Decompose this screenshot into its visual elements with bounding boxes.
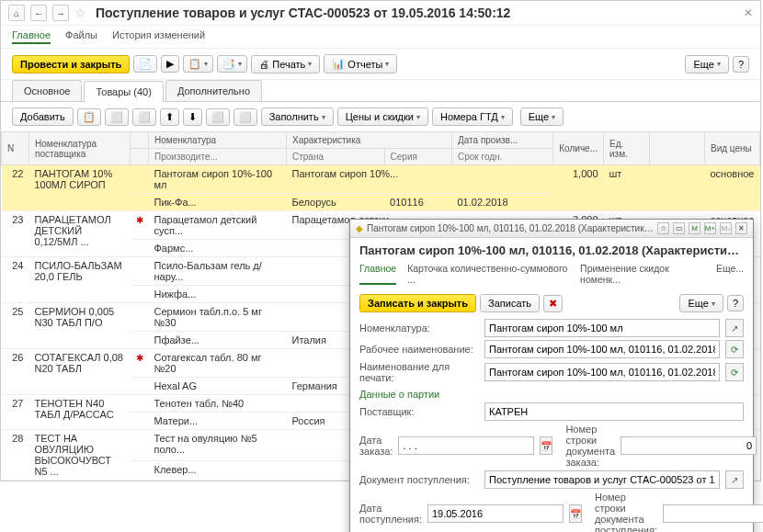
work-label: Рабочее наименование: [359, 344, 479, 355]
nom-label: Номенклатура: [359, 323, 479, 334]
col-qty[interactable]: Количе... [553, 132, 604, 165]
post-button[interactable]: ▶ [161, 55, 179, 73]
tb-btn-4[interactable]: ⬜ [233, 108, 257, 126]
section-batch: Данные о партии [359, 389, 744, 400]
tab-files[interactable]: Файлы [65, 29, 97, 44]
more-button[interactable]: Еще▾ [685, 55, 728, 74]
close-icon[interactable]: ✕ [744, 6, 753, 19]
print-label: Наименование для печати: [359, 361, 479, 383]
col-pricetype[interactable]: Вид цены [705, 132, 760, 165]
win-btn-2[interactable]: ▭ [673, 222, 685, 234]
receipt-line-field[interactable] [663, 504, 763, 523]
popup-tab-disc[interactable]: Применение скидок номенк... [580, 263, 705, 285]
col-n[interactable]: N [2, 132, 29, 165]
work-field[interactable] [484, 340, 720, 358]
popup-close-icon[interactable]: ✕ [735, 222, 747, 234]
copy-button[interactable]: 📋▾ [183, 55, 213, 73]
home-icon[interactable]: ⌂ [8, 5, 25, 21]
receipt-doc-field[interactable] [484, 470, 720, 489]
order-line-field[interactable] [621, 436, 757, 455]
post-and-close-button[interactable]: Провести и закрыть [12, 55, 130, 74]
popup-title: Пантогам сироп 10%-100 мл, 010116, 01.02… [359, 243, 744, 257]
inner-more-button[interactable]: Еще▾ [520, 108, 564, 126]
col-proddate[interactable]: Дата произв... [451, 132, 552, 149]
forward-icon[interactable]: → [52, 5, 69, 21]
popup-save-button[interactable]: Записать [480, 294, 540, 312]
supplier-field[interactable] [484, 402, 744, 421]
tb-btn-3[interactable]: ⬜ [206, 108, 230, 126]
calendar-icon-2[interactable]: 📅 [569, 504, 582, 523]
print-field[interactable] [484, 363, 720, 381]
popup-help-button[interactable]: ? [727, 295, 744, 311]
open-doc-icon[interactable]: ↗ [725, 470, 744, 489]
tab-main[interactable]: Главное [12, 29, 51, 44]
order-date-field[interactable] [398, 436, 534, 455]
col-nom[interactable]: Номенклатура [149, 132, 287, 149]
app-icon: ◆ [356, 223, 363, 233]
back-icon[interactable]: ← [30, 5, 47, 21]
subtab-main[interactable]: Основное [12, 80, 82, 101]
popup-more-button[interactable]: Еще▾ [679, 294, 723, 312]
reports-button[interactable]: 📊 Отчеты▾ [324, 54, 397, 74]
calendar-icon[interactable]: 📅 [540, 436, 552, 455]
popup-delete-button[interactable]: ✖ [543, 295, 563, 312]
win-btn-4[interactable]: M+ [704, 222, 716, 234]
popup-window-title: Пантогам сироп 10%-100 мл, 010116, 01.02… [367, 223, 654, 233]
move-up-button[interactable]: ⬆ [160, 108, 179, 126]
popup-tab-more[interactable]: Еще... [716, 263, 744, 285]
receipt-date-field[interactable] [427, 504, 564, 523]
page-title: Поступление товаров и услуг СТАС-000523 … [96, 6, 738, 20]
nom-field[interactable] [484, 319, 720, 337]
tb-btn-1[interactable]: ⬜ [105, 108, 129, 126]
print-button[interactable]: 🖨 Печать▾ [251, 55, 320, 74]
table-row[interactable]: 22 ПАНТОГАМ 10% 100МЛ СИРОП Пантогам сир… [2, 165, 760, 194]
win-btn-3[interactable]: M [689, 222, 700, 234]
prices-button[interactable]: Цены и скидки▾ [337, 108, 428, 126]
subtab-extra[interactable]: Дополнительно [165, 80, 262, 101]
tab-history[interactable]: История изменений [112, 29, 205, 44]
open-icon[interactable]: ↗ [725, 319, 744, 337]
add-button[interactable]: Добавить [12, 108, 74, 126]
gtd-button[interactable]: Номера ГТД▾ [432, 108, 513, 126]
star-icon[interactable]: ☆ [74, 6, 86, 20]
win-btn-1[interactable]: ☆ [657, 222, 669, 234]
col-supplier-nom[interactable]: Номенклатура поставщика [29, 132, 131, 165]
save-button[interactable]: 📄 [133, 55, 157, 73]
popup-save-close-button[interactable]: Записать и закрыть [359, 294, 476, 312]
characteristic-popup: ◆ Пантогам сироп 10%-100 мл, 010116, 01.… [349, 219, 754, 532]
tb-btn-2[interactable]: ⬜ [132, 108, 156, 126]
win-btn-5[interactable]: M- [720, 222, 732, 234]
subtab-goods[interactable]: Товары (40) [84, 81, 163, 102]
col-unit[interactable]: Ед. изм. [604, 132, 650, 165]
popup-tab-card[interactable]: Карточка количественно-суммового ... [407, 263, 569, 285]
help-button[interactable]: ? [733, 56, 749, 73]
col-char[interactable]: Характеристика [287, 132, 452, 149]
based-on-button[interactable]: 📑▾ [217, 55, 247, 73]
refresh-icon-2[interactable]: ⟳ [725, 363, 744, 381]
refresh-icon[interactable]: ⟳ [725, 340, 744, 358]
copy-row-button[interactable]: 📋 [77, 108, 101, 126]
move-down-button[interactable]: ⬇ [183, 108, 202, 126]
fill-button[interactable]: Заполнить▾ [261, 108, 334, 126]
popup-tab-main[interactable]: Главное [359, 263, 396, 285]
